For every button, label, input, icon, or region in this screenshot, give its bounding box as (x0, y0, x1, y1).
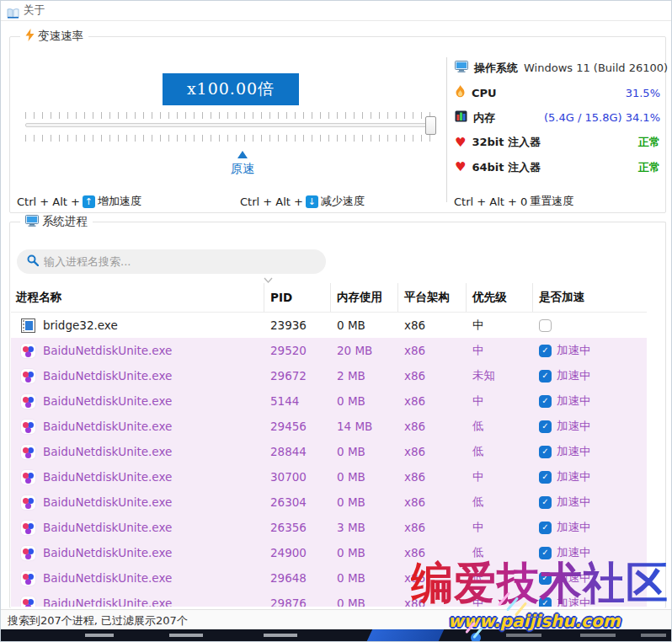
os-value: Windows 11 (Build 26100) (524, 62, 668, 74)
process-table-row[interactable]: BaiduNetdiskUnite.exe 5144 0 MB x86 中 加速… (11, 388, 647, 414)
accelerate-checkbox[interactable] (539, 446, 552, 458)
process-table-body: bridge32.exe 23936 0 MB x86 中 BaiduNetdi… (11, 313, 647, 607)
slider-ticks-top (25, 112, 435, 119)
process-icon (21, 344, 35, 358)
accelerate-checkbox[interactable] (539, 547, 552, 559)
accelerate-checkbox[interactable] (539, 597, 552, 607)
os-info-row: 操作系统 Windows 11 (Build 26100) (455, 56, 660, 81)
process-priority: 未知 (467, 363, 533, 388)
process-memory: 3 MB (331, 515, 398, 540)
column-header-arch[interactable]: 平台架构 (398, 283, 467, 312)
process-table-row[interactable]: BaiduNetdiskUnite.exe 29648 0 MB x86 低 加… (11, 565, 647, 591)
taskbar-glyph-fragment (169, 634, 203, 637)
process-pid: 29648 (264, 565, 331, 591)
accelerate-status-label: 加速中 (557, 393, 591, 409)
taskbar-strip (1, 629, 671, 641)
monitor-icon (455, 60, 468, 76)
process-table-row[interactable]: BaiduNetdiskUnite.exe 29456 14 MB x86 低 … (11, 414, 647, 439)
injector64-info-row: ♥ 64bit 注入器 正常 (455, 155, 660, 180)
search-input[interactable] (44, 255, 316, 268)
accelerate-checkbox[interactable] (539, 572, 552, 585)
shortcut-reset-speed: Ctrl + Alt + 0 重置速度 (454, 194, 660, 209)
process-memory: 0 MB (331, 439, 398, 464)
process-name: BaiduNetdiskUnite.exe (43, 420, 172, 433)
process-table-row[interactable]: BaiduNetdiskUnite.exe 29876 0 MB x86 中 加… (11, 591, 647, 607)
accelerate-checkbox[interactable] (539, 345, 552, 357)
accelerate-checkbox[interactable] (539, 522, 552, 534)
process-pid: 26356 (264, 515, 331, 540)
accelerate-checkbox[interactable] (539, 319, 552, 332)
shortcut-prefix: Ctrl + Alt + (240, 195, 303, 208)
process-pid: 29672 (264, 363, 331, 388)
accelerate-checkbox[interactable] (539, 420, 552, 433)
column-header-accelerate[interactable]: 是否加速 (533, 283, 647, 312)
cpu-label: CPU (472, 87, 497, 99)
speed-section-title: 变速速率 (38, 29, 83, 44)
process-icon (21, 470, 35, 484)
process-table-row[interactable]: BaiduNetdiskUnite.exe 29520 20 MB x86 中 … (11, 338, 647, 363)
process-arch: x86 (398, 464, 467, 490)
process-table-row[interactable]: BaiduNetdiskUnite.exe 24900 0 MB x86 低 加… (11, 540, 647, 565)
accelerate-status-label: 加速中 (557, 596, 591, 607)
process-arch: x86 (398, 414, 467, 439)
process-icon (21, 394, 35, 409)
process-arch: x86 (398, 515, 467, 540)
speed-multiplier-button[interactable]: x100.00倍 (163, 73, 299, 105)
accelerate-status-label: 加速中 (557, 495, 591, 510)
accelerate-checkbox[interactable] (539, 370, 552, 383)
process-arch: x86 (398, 540, 467, 565)
shortcut-prefix: Ctrl + Alt + 0 (454, 195, 527, 208)
process-arch: x86 (398, 313, 467, 338)
process-table-row[interactable]: BaiduNetdiskUnite.exe 29672 2 MB x86 未知 … (11, 363, 647, 388)
process-memory: 20 MB (331, 338, 398, 363)
process-pid: 29520 (264, 338, 331, 363)
process-icon (21, 546, 35, 560)
process-pid: 29456 (264, 414, 331, 439)
taskbar-glyph-fragment (641, 634, 666, 637)
slider-handle[interactable] (425, 116, 436, 135)
process-section-legend: 系统进程 (20, 214, 93, 229)
injector64-label: 64bit 注入器 (472, 160, 541, 175)
process-name: BaiduNetdiskUnite.exe (43, 521, 172, 534)
search-box[interactable] (17, 249, 326, 274)
process-table-row[interactable]: BaiduNetdiskUnite.exe 26304 0 MB x86 低 加… (11, 490, 647, 515)
accelerate-checkbox[interactable] (539, 395, 552, 408)
shortcuts-bar: Ctrl + Alt + ↑ 增加速度 Ctrl + Alt + ↓ 减少速度 … (17, 194, 660, 209)
process-priority: 中 (467, 313, 533, 338)
accelerate-status-label: 加速中 (557, 469, 591, 484)
process-section-title: 系统进程 (42, 214, 88, 229)
process-icon (21, 420, 35, 434)
process-table-row[interactable]: BaiduNetdiskUnite.exe 28844 0 MB x86 低 加… (11, 439, 647, 464)
process-name: BaiduNetdiskUnite.exe (43, 470, 172, 484)
slider-track[interactable] (25, 123, 435, 127)
process-table-row[interactable]: BaiduNetdiskUnite.exe 26356 3 MB x86 中 加… (11, 515, 647, 540)
process-icon (21, 597, 35, 607)
injector32-label: 32bit 注入器 (472, 135, 541, 150)
column-header-memory[interactable]: 内存使用 (331, 283, 398, 312)
accelerate-status-label: 加速中 (557, 520, 591, 535)
taskbar-glyph-fragment (264, 634, 297, 637)
column-header-name[interactable]: 进程名称 (11, 283, 264, 312)
column-header-pid[interactable]: PID (264, 283, 331, 312)
taskbar-glyph-fragment (85, 634, 114, 637)
heart-icon: ♥ (455, 136, 466, 149)
accelerate-checkbox[interactable] (539, 496, 552, 509)
memory-value: (5.4G / 15.8G) 34.1% (544, 111, 660, 124)
process-name: BaiduNetdiskUnite.exe (43, 571, 172, 585)
shortcut-increase-speed: Ctrl + Alt + ↑ 增加速度 (17, 194, 240, 209)
sort-chevron-icon (264, 276, 273, 285)
accelerate-status-label: 加速中 (557, 570, 591, 586)
process-priority: 中 (467, 591, 533, 607)
title-bar: 关于 (1, 1, 671, 21)
process-table-row[interactable]: BaiduNetdiskUnite.exe 30700 0 MB x86 中 加… (11, 464, 647, 490)
book-icon (7, 6, 19, 16)
accelerate-checkbox[interactable] (539, 471, 552, 484)
process-priority: 低 (467, 414, 533, 439)
window-title: 关于 (24, 3, 45, 18)
lightning-icon (25, 29, 35, 44)
process-arch: x86 (398, 565, 467, 591)
memory-icon (455, 110, 467, 126)
process-table-row[interactable]: bridge32.exe 23936 0 MB x86 中 (11, 313, 647, 338)
shortcut-label: 减少速度 (321, 194, 365, 209)
column-header-priority[interactable]: 优先级 (467, 283, 533, 312)
